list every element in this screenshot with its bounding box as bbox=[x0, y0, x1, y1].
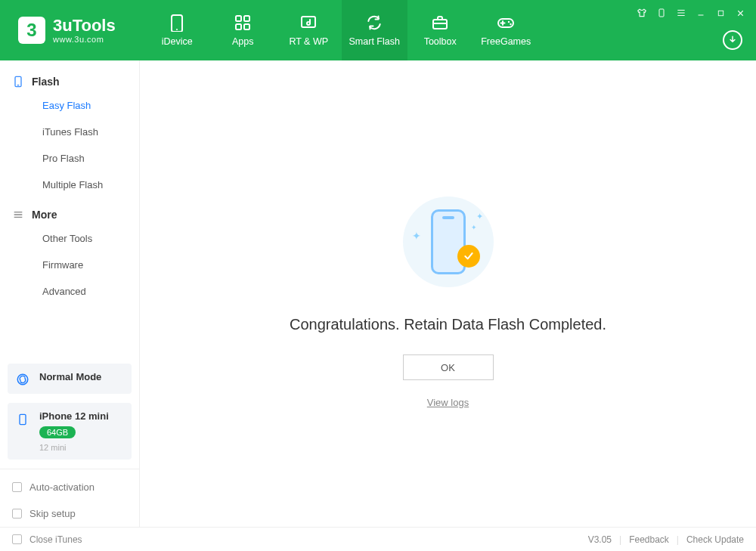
close-itunes-label[interactable]: Close iTunes bbox=[29, 534, 82, 545]
mode-title: Normal Mode bbox=[39, 371, 101, 382]
logo-badge-icon: 3 bbox=[18, 17, 45, 44]
sidebar-item-itunes-flash[interactable]: iTunes Flash bbox=[0, 119, 139, 145]
menu-icon[interactable] bbox=[676, 8, 686, 18]
nav-label: FreeGames bbox=[481, 36, 531, 47]
svg-rect-14 bbox=[659, 9, 664, 17]
checkbox-icon[interactable] bbox=[12, 534, 22, 544]
nav-smart-flash[interactable]: Smart Flash bbox=[342, 0, 407, 60]
app-logo: 3 3uTools www.3u.com bbox=[0, 0, 131, 60]
sparkle-icon: ✦ bbox=[476, 212, 483, 221]
check-label: Skip setup bbox=[29, 508, 76, 519]
check-badge-icon bbox=[457, 245, 480, 268]
sidebar: Flash Easy Flash iTunes Flash Pro Flash … bbox=[0, 60, 140, 527]
download-button[interactable] bbox=[723, 30, 742, 50]
check-label: Auto-activation bbox=[29, 481, 94, 493]
checkbox-icon bbox=[12, 482, 22, 492]
toolbox-icon bbox=[429, 14, 451, 32]
check-skip-setup[interactable]: Skip setup bbox=[0, 500, 139, 527]
storage-badge: 64GB bbox=[39, 426, 76, 438]
sparkle-icon: ✦ bbox=[471, 224, 477, 231]
sparkle-icon: ✦ bbox=[412, 230, 421, 242]
main-nav: iDevice Apps RT & WP Smart Flash Toolbox… bbox=[144, 0, 539, 60]
sidebar-item-other-tools[interactable]: Other Tools bbox=[0, 225, 139, 252]
nav-label: iDevice bbox=[162, 36, 193, 47]
version-label: V3.05 bbox=[588, 534, 612, 545]
device-name: iPhone 12 mini bbox=[39, 410, 109, 422]
sidebar-item-firmware[interactable]: Firmware bbox=[0, 252, 139, 278]
sidebar-item-advanced[interactable]: Advanced bbox=[0, 278, 139, 305]
app-site: www.3u.com bbox=[53, 36, 116, 44]
check-auto-activation[interactable]: Auto-activation bbox=[0, 474, 139, 500]
maximize-icon[interactable] bbox=[715, 8, 726, 18]
sidebar-item-easy-flash[interactable]: Easy Flash bbox=[0, 92, 139, 119]
checkbox-icon bbox=[12, 509, 22, 518]
music-icon bbox=[298, 14, 319, 32]
sidebar-section-more[interactable]: More bbox=[0, 204, 139, 225]
phone-illustration-icon bbox=[431, 209, 466, 274]
nav-label: RT & WP bbox=[289, 36, 328, 47]
status-message: Congratulations. Retain Data Flash Compl… bbox=[290, 316, 606, 333]
device-model: 12 mini bbox=[39, 443, 109, 452]
close-icon[interactable] bbox=[735, 8, 745, 18]
nav-toolbox[interactable]: Toolbox bbox=[407, 0, 473, 60]
phone-icon bbox=[166, 14, 187, 32]
nav-idevice[interactable]: iDevice bbox=[144, 0, 210, 60]
app-name: 3uTools bbox=[53, 17, 116, 34]
footer-bar: Close iTunes V3.05 | Feedback | Check Up… bbox=[0, 527, 756, 551]
success-illustration: ✦ ✦ ✦ bbox=[403, 197, 494, 287]
section-title: More bbox=[32, 209, 57, 221]
sidebar-item-pro-flash[interactable]: Pro Flash bbox=[0, 145, 139, 172]
main-panel: ✦ ✦ ✦ Congratulations. Retain Data Flash… bbox=[140, 60, 756, 527]
refresh-icon bbox=[364, 14, 385, 32]
nav-label: Smart Flash bbox=[349, 36, 400, 47]
app-header: 3 3uTools www.3u.com iDevice Apps RT & W… bbox=[0, 0, 756, 60]
flash-device-icon bbox=[12, 76, 24, 88]
nav-label: Apps bbox=[232, 36, 254, 47]
device-card[interactable]: iPhone 12 mini 64GB 12 mini bbox=[8, 403, 132, 460]
sidebar-item-multiple-flash[interactable]: Multiple Flash bbox=[0, 172, 139, 198]
minimize-icon[interactable] bbox=[696, 8, 706, 18]
nav-rt-wp[interactable]: RT & WP bbox=[276, 0, 342, 60]
grid-icon bbox=[232, 14, 253, 32]
mode-icon bbox=[14, 371, 32, 386]
gamepad-icon bbox=[495, 14, 516, 32]
svg-rect-18 bbox=[20, 414, 26, 424]
nav-apps[interactable]: Apps bbox=[210, 0, 276, 60]
nav-freegames[interactable]: FreeGames bbox=[473, 0, 539, 60]
view-logs-link[interactable]: View logs bbox=[427, 397, 469, 408]
svg-rect-15 bbox=[718, 11, 723, 15]
check-update-link[interactable]: Check Update bbox=[686, 534, 744, 545]
phone-small-icon[interactable] bbox=[656, 8, 667, 18]
section-title: Flash bbox=[32, 76, 60, 88]
mode-card[interactable]: Normal Mode bbox=[8, 364, 132, 394]
sidebar-section-flash[interactable]: Flash bbox=[0, 71, 139, 92]
ok-button[interactable]: OK bbox=[403, 354, 494, 380]
skin-icon[interactable] bbox=[637, 8, 647, 18]
device-icon bbox=[14, 410, 32, 427]
window-controls bbox=[637, 8, 745, 18]
feedback-link[interactable]: Feedback bbox=[629, 534, 669, 545]
nav-label: Toolbox bbox=[424, 36, 457, 47]
menu-lines-icon bbox=[12, 209, 24, 221]
